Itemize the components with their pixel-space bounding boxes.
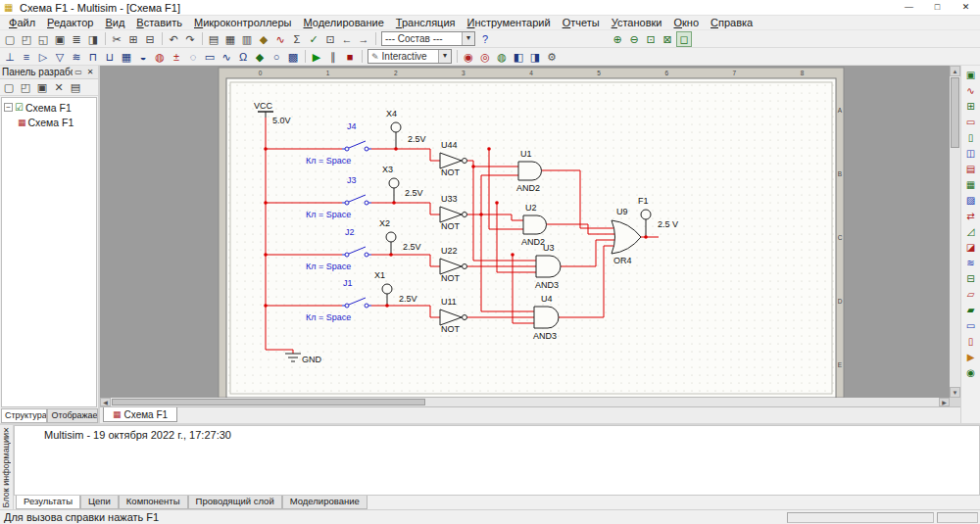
horizontal-scrollbar[interactable]: ◀ ▶	[100, 398, 960, 406]
zoom-in-button[interactable]: ⊕	[610, 31, 625, 47]
scroll-right-icon[interactable]: ▶	[939, 398, 950, 406]
tree-child-label[interactable]: Схема F1	[28, 117, 74, 128]
menu-item-2[interactable]: Редактор	[41, 17, 99, 28]
component-wizard-button[interactable]: ◆	[256, 31, 271, 47]
menu-item-7[interactable]: Трансляция	[390, 17, 462, 28]
design-toolbox-button[interactable]: ▤	[206, 31, 221, 47]
chevron-down-icon[interactable]: ▾	[462, 32, 474, 45]
copy-button[interactable]: ⊞	[125, 31, 141, 47]
design-panel-tab-1[interactable]: Структура	[1, 408, 47, 423]
spreadsheet-tab-5[interactable]: Моделирование	[282, 496, 368, 509]
electromechanical-group-button[interactable]: Ω	[235, 49, 251, 65]
tree-root-row[interactable]: − ☑ Схема F1	[2, 100, 96, 115]
results-log[interactable]: Multisim - 19 октября 2022 г., 17:27:30	[14, 425, 980, 496]
agilent-multimeter-button[interactable]: ▰	[963, 303, 979, 317]
menu-item-8[interactable]: Инструментарий	[462, 17, 557, 28]
schematic-canvas[interactable]: 012345678 ABCDE	[100, 66, 950, 398]
panel-new-button[interactable]: ▢	[1, 79, 17, 95]
open-sample-button[interactable]: ◱	[35, 31, 51, 47]
run-button[interactable]: ▶	[309, 49, 324, 65]
transistor-group-button[interactable]: ▽	[52, 49, 68, 65]
help-button[interactable]: ?	[477, 31, 493, 47]
sheet-tab[interactable]: ▦ Схема F1	[103, 407, 177, 422]
spectrum-analyzer-button[interactable]: ≋	[963, 256, 979, 270]
mcu-group-button[interactable]: ▩	[285, 49, 301, 65]
forward-annotate-button[interactable]: →	[356, 31, 371, 47]
paste-button[interactable]: ⊟	[142, 31, 158, 47]
menu-item-1[interactable]: Файл	[3, 17, 41, 28]
menu-item-5[interactable]: Микроконтроллеры	[188, 17, 298, 28]
database-manager-button[interactable]: ▥	[239, 31, 255, 47]
pause-button[interactable]: ∥	[325, 49, 341, 65]
close-button[interactable]: ✕	[952, 0, 980, 15]
misc-digital-group-button[interactable]: ▦	[119, 49, 134, 65]
multimeter-button[interactable]: ▣	[963, 68, 979, 82]
panel-float-icon[interactable]: ▭	[73, 68, 84, 76]
undo-button[interactable]: ↶	[166, 31, 181, 47]
digital-probe-button[interactable]: ◧	[511, 49, 526, 65]
bode-plotter-button[interactable]: ◫	[963, 146, 979, 161]
open-button[interactable]: ◰	[19, 31, 34, 47]
agilent-oscilloscope-button[interactable]: ▭	[963, 318, 979, 333]
full-screen-button[interactable]: ◻	[676, 31, 692, 47]
tree-checkbox-icon[interactable]: ☑	[15, 102, 24, 113]
and-gate-u4[interactable]	[534, 307, 559, 328]
menu-item-10[interactable]: Установки	[606, 17, 668, 28]
zoom-fit-button[interactable]: ⊠	[660, 31, 675, 47]
source-group-button[interactable]: ⊥	[2, 49, 18, 65]
logic-analyzer-button[interactable]: ▨	[963, 193, 979, 208]
current-probe-button[interactable]: ◎	[477, 49, 493, 65]
menu-item-11[interactable]: Окно	[667, 17, 705, 28]
zoom-area-button[interactable]: ⊡	[643, 31, 659, 47]
save-button[interactable]: ▣	[52, 31, 68, 47]
panel-close-icon[interactable]: ✕	[84, 68, 96, 76]
spreadsheet-view-button[interactable]: ▦	[222, 31, 238, 47]
vertical-scroll-thumb[interactable]	[951, 77, 959, 148]
panel-view-button[interactable]: ▤	[68, 79, 83, 95]
spreadsheet-tab-4[interactable]: Проводящий слой	[188, 496, 282, 509]
reference-probe-button[interactable]: ◨	[527, 49, 543, 65]
basic-group-button[interactable]: ≡	[19, 49, 34, 65]
connector-group-button[interactable]: ○	[269, 49, 284, 65]
chevron-down-icon[interactable]: ▾	[438, 50, 451, 63]
function-generator-button[interactable]: ∿	[963, 83, 979, 98]
spreadsheet-tab-3[interactable]: Компоненты	[119, 496, 188, 509]
erc-button[interactable]: ✓	[306, 31, 321, 47]
tree-expand-icon[interactable]: −	[4, 103, 13, 112]
agilent-function-generator-button[interactable]: ▱	[963, 287, 979, 302]
logic-converter-button[interactable]: ⇄	[963, 209, 979, 223]
rf-group-button[interactable]: ∿	[219, 49, 234, 65]
tree-root-label[interactable]: Схема F1	[25, 102, 72, 114]
schematic-viewport[interactable]: 012345678 ABCDE	[100, 66, 950, 398]
power-probe-button[interactable]: ◍	[494, 49, 510, 65]
maximize-button[interactable]: □	[923, 0, 952, 15]
panel-open-button[interactable]: ◰	[18, 79, 33, 95]
menu-item-4[interactable]: Вставить	[130, 17, 188, 28]
and-gate-u3[interactable]	[536, 256, 561, 277]
print-preview-button[interactable]: ◨	[85, 31, 101, 47]
four-channel-oscilloscope-button[interactable]: ▯	[963, 130, 979, 145]
redo-button[interactable]: ↷	[182, 31, 198, 47]
indicator-group-button[interactable]: ◍	[152, 49, 168, 65]
minimize-button[interactable]: —	[895, 0, 923, 15]
and-gate-u2[interactable]	[523, 215, 547, 234]
capture-area-button[interactable]: ⊡	[322, 31, 338, 47]
new-button[interactable]: ▢	[2, 31, 18, 47]
vertical-scrollbar[interactable]: ▲ ▼	[950, 66, 960, 398]
network-analyzer-button[interactable]: ⊟	[963, 271, 979, 286]
cmos-group-button[interactable]: ⊔	[102, 49, 118, 65]
panel-close-doc-button[interactable]: ✕	[51, 79, 67, 95]
word-generator-button[interactable]: ▦	[963, 177, 979, 192]
current-clamp-button[interactable]: ◉	[963, 365, 979, 380]
menu-item-6[interactable]: Моделирование	[298, 17, 390, 28]
wattmeter-button[interactable]: ⊞	[963, 99, 979, 114]
frequency-counter-button[interactable]: ▤	[963, 162, 979, 176]
horizontal-scroll-thumb[interactable]	[112, 399, 425, 405]
probe-settings-button[interactable]: ⚙	[544, 49, 560, 65]
ttl-group-button[interactable]: ⊓	[85, 49, 101, 65]
analog-group-button[interactable]: ≋	[69, 49, 84, 65]
diode-group-button[interactable]: ▷	[35, 49, 51, 65]
print-button[interactable]: ≣	[69, 31, 84, 47]
spreadsheet-tab-1[interactable]: Результаты	[16, 496, 80, 509]
scroll-up-icon[interactable]: ▲	[950, 66, 960, 76]
